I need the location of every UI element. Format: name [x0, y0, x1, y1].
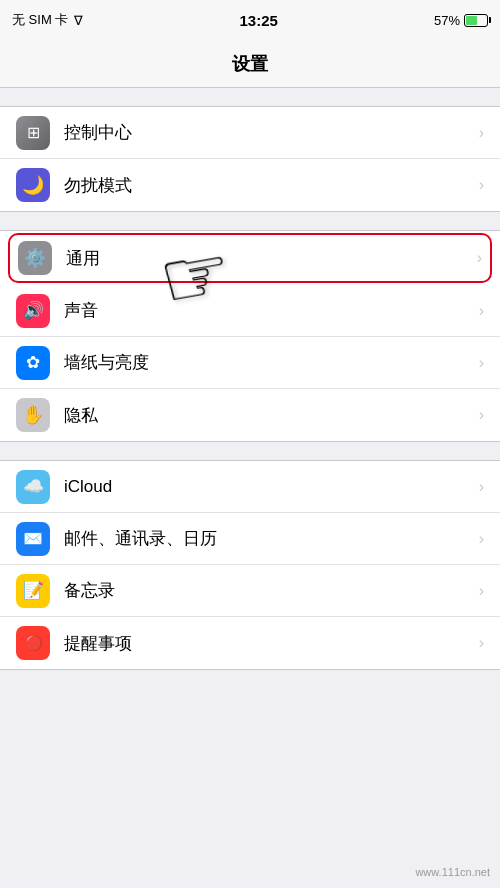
- settings-item-privacy[interactable]: ✋ 隐私 ›: [0, 389, 500, 441]
- status-time: 13:25: [239, 12, 277, 29]
- control-center-icon: ⊞: [16, 116, 50, 150]
- icloud-label: iCloud: [64, 477, 473, 497]
- settings-item-wallpaper[interactable]: ✿ 墙纸与亮度 ›: [0, 337, 500, 389]
- dnd-label: 勿扰模式: [64, 174, 473, 197]
- wallpaper-label: 墙纸与亮度: [64, 351, 473, 374]
- page-title: 设置: [232, 52, 268, 76]
- chevron-icon: ›: [479, 634, 484, 652]
- dnd-icon: 🌙: [16, 168, 50, 202]
- sound-icon: 🔊: [16, 294, 50, 328]
- icloud-icon: ☁️: [16, 470, 50, 504]
- mail-icon: ✉️: [16, 522, 50, 556]
- general-label: 通用: [66, 247, 471, 270]
- settings-item-general[interactable]: ⚙️ 通用 ›: [8, 233, 492, 283]
- settings-item-icloud[interactable]: ☁️ iCloud ›: [0, 461, 500, 513]
- notes-icon: 📝: [16, 574, 50, 608]
- chevron-icon: ›: [479, 124, 484, 142]
- speaker-symbol: 🔊: [23, 300, 44, 321]
- chevron-icon: ›: [479, 530, 484, 548]
- chevron-icon: ›: [479, 478, 484, 496]
- settings-item-dnd[interactable]: 🌙 勿扰模式 ›: [0, 159, 500, 211]
- hand-symbol: ✋: [22, 404, 44, 426]
- wallpaper-icon: ✿: [16, 346, 50, 380]
- chevron-icon: ›: [479, 176, 484, 194]
- chevron-icon: ›: [479, 582, 484, 600]
- moon-symbol: 🌙: [22, 174, 44, 196]
- privacy-icon: ✋: [16, 398, 50, 432]
- settings-group-3: ☁️ iCloud › ✉️ 邮件、通讯录、日历 › 📝 备忘录 › 🔴 提醒事…: [0, 460, 500, 670]
- settings-group-2: ⚙️ 通用 › 🔊 声音 › ✿ 墙纸与亮度 › ✋ 隐私 ›: [0, 230, 500, 442]
- status-left: 无 SIM 卡 ∇: [12, 11, 83, 29]
- privacy-label: 隐私: [64, 404, 473, 427]
- watermark: www.111cn.net: [415, 866, 490, 878]
- mail-symbol: ✉️: [23, 529, 43, 548]
- flower-symbol: ✿: [26, 352, 40, 373]
- settings-item-sound[interactable]: 🔊 声音 ›: [0, 285, 500, 337]
- reminders-label: 提醒事项: [64, 632, 473, 655]
- note-symbol: 📝: [23, 580, 44, 601]
- settings-item-control-center[interactable]: ⊞ 控制中心 ›: [0, 107, 500, 159]
- gear-symbol: ⚙️: [24, 247, 46, 269]
- nav-title-bar: 设置: [0, 40, 500, 88]
- chevron-icon: ›: [479, 406, 484, 424]
- control-center-label: 控制中心: [64, 121, 473, 144]
- reminder-symbol: 🔴: [24, 634, 43, 652]
- reminders-icon: 🔴: [16, 626, 50, 660]
- battery-fill: [466, 16, 477, 25]
- notes-label: 备忘录: [64, 579, 473, 602]
- settings-item-mail[interactable]: ✉️ 邮件、通讯录、日历 ›: [0, 513, 500, 565]
- mail-label: 邮件、通讯录、日历: [64, 527, 473, 550]
- settings-group-1: ⊞ 控制中心 › 🌙 勿扰模式 ›: [0, 106, 500, 212]
- chevron-icon: ›: [479, 354, 484, 372]
- sound-label: 声音: [64, 299, 473, 322]
- chevron-icon: ›: [479, 302, 484, 320]
- chevron-icon: ›: [477, 249, 482, 267]
- status-right: 57%: [434, 13, 488, 28]
- settings-item-reminders[interactable]: 🔴 提醒事项 ›: [0, 617, 500, 669]
- battery-percent: 57%: [434, 13, 460, 28]
- wifi-icon: ∇: [74, 13, 83, 28]
- general-icon: ⚙️: [18, 241, 52, 275]
- carrier-text: 无 SIM 卡: [12, 11, 68, 29]
- settings-item-notes[interactable]: 📝 备忘录 ›: [0, 565, 500, 617]
- battery-icon: [464, 14, 488, 27]
- status-bar: 无 SIM 卡 ∇ 13:25 57%: [0, 0, 500, 40]
- cloud-symbol: ☁️: [23, 476, 44, 497]
